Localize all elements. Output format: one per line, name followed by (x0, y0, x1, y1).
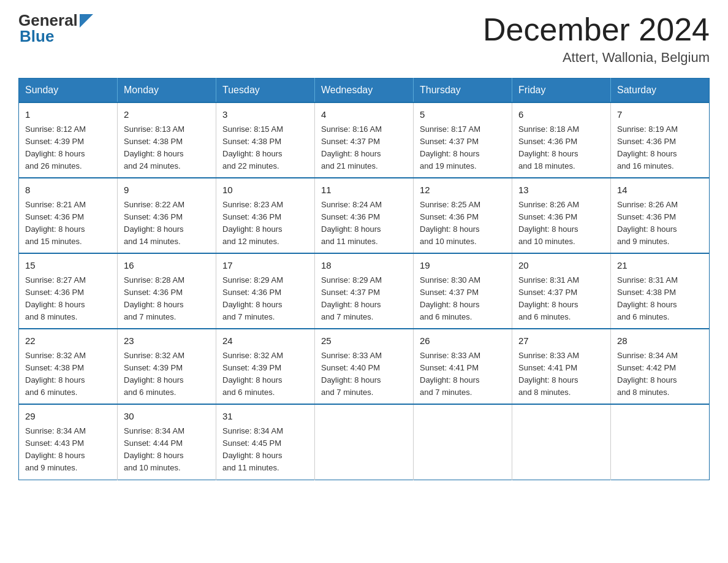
table-row: 23Sunrise: 8:32 AMSunset: 4:39 PMDayligh… (118, 329, 216, 404)
table-row: 11Sunrise: 8:24 AMSunset: 4:36 PMDayligh… (315, 178, 414, 253)
day-info: Sunrise: 8:25 AMSunset: 4:36 PMDaylight:… (420, 199, 506, 248)
table-row: 6Sunrise: 8:18 AMSunset: 4:36 PMDaylight… (512, 102, 611, 178)
table-row (512, 404, 611, 480)
day-info: Sunrise: 8:32 AMSunset: 4:39 PMDaylight:… (222, 350, 308, 399)
title-block: December 2024 Attert, Wallonia, Belgium (483, 12, 710, 66)
day-info: Sunrise: 8:19 AMSunset: 4:36 PMDaylight:… (617, 123, 703, 173)
svg-marker-0 (80, 14, 93, 28)
table-row: 22Sunrise: 8:32 AMSunset: 4:38 PMDayligh… (19, 329, 118, 404)
day-info: Sunrise: 8:33 AMSunset: 4:40 PMDaylight:… (321, 350, 407, 399)
day-info: Sunrise: 8:27 AMSunset: 4:36 PMDaylight:… (25, 274, 111, 324)
table-row: 15Sunrise: 8:27 AMSunset: 4:36 PMDayligh… (19, 253, 118, 329)
day-number: 22 (25, 334, 111, 348)
day-number: 19 (420, 259, 506, 273)
page-subtitle: Attert, Wallonia, Belgium (483, 50, 710, 66)
table-row: 2Sunrise: 8:13 AMSunset: 4:38 PMDaylight… (118, 102, 216, 178)
day-info: Sunrise: 8:32 AMSunset: 4:38 PMDaylight:… (25, 350, 111, 399)
day-info: Sunrise: 8:34 AMSunset: 4:43 PMDaylight:… (25, 425, 111, 475)
day-info: Sunrise: 8:17 AMSunset: 4:37 PMDaylight:… (420, 123, 506, 173)
table-row: 21Sunrise: 8:31 AMSunset: 4:38 PMDayligh… (611, 253, 710, 329)
table-row: 12Sunrise: 8:25 AMSunset: 4:36 PMDayligh… (414, 178, 512, 253)
calendar-week-row: 1Sunrise: 8:12 AMSunset: 4:39 PMDaylight… (19, 102, 710, 178)
day-number: 15 (25, 259, 111, 273)
day-info: Sunrise: 8:29 AMSunset: 4:36 PMDaylight:… (222, 274, 308, 324)
header-monday: Monday (118, 79, 216, 103)
day-info: Sunrise: 8:28 AMSunset: 4:36 PMDaylight:… (124, 274, 210, 324)
table-row: 8Sunrise: 8:21 AMSunset: 4:36 PMDaylight… (19, 178, 118, 253)
table-row: 13Sunrise: 8:26 AMSunset: 4:36 PMDayligh… (512, 178, 611, 253)
day-number: 6 (518, 108, 604, 122)
day-info: Sunrise: 8:26 AMSunset: 4:36 PMDaylight:… (617, 199, 703, 248)
day-info: Sunrise: 8:26 AMSunset: 4:36 PMDaylight:… (518, 199, 604, 248)
table-row: 3Sunrise: 8:15 AMSunset: 4:38 PMDaylight… (216, 102, 315, 178)
logo: General Blue (18, 12, 93, 44)
day-number: 12 (420, 183, 506, 197)
day-number: 9 (124, 183, 210, 197)
table-row: 1Sunrise: 8:12 AMSunset: 4:39 PMDaylight… (19, 102, 118, 178)
header-wednesday: Wednesday (315, 79, 414, 103)
calendar-header-row: Sunday Monday Tuesday Wednesday Thursday… (19, 79, 710, 103)
day-number: 17 (222, 259, 308, 273)
day-number: 2 (124, 108, 210, 122)
table-row: 20Sunrise: 8:31 AMSunset: 4:37 PMDayligh… (512, 253, 611, 329)
table-row: 16Sunrise: 8:28 AMSunset: 4:36 PMDayligh… (118, 253, 216, 329)
day-number: 29 (25, 410, 111, 424)
calendar-table: Sunday Monday Tuesday Wednesday Thursday… (18, 78, 710, 480)
table-row: 17Sunrise: 8:29 AMSunset: 4:36 PMDayligh… (216, 253, 315, 329)
calendar-week-row: 8Sunrise: 8:21 AMSunset: 4:36 PMDaylight… (19, 178, 710, 253)
table-row (414, 404, 512, 480)
day-info: Sunrise: 8:33 AMSunset: 4:41 PMDaylight:… (518, 350, 604, 399)
day-info: Sunrise: 8:34 AMSunset: 4:44 PMDaylight:… (124, 425, 210, 475)
day-info: Sunrise: 8:24 AMSunset: 4:36 PMDaylight:… (321, 199, 407, 248)
logo-blue: Blue (20, 28, 54, 44)
day-number: 4 (321, 108, 407, 122)
page-title: December 2024 (483, 12, 710, 47)
day-number: 21 (617, 259, 703, 273)
day-number: 1 (25, 108, 111, 122)
logo-general: General (18, 12, 78, 28)
day-number: 14 (617, 183, 703, 197)
day-number: 24 (222, 334, 308, 348)
day-number: 28 (617, 334, 703, 348)
table-row: 29Sunrise: 8:34 AMSunset: 4:43 PMDayligh… (19, 404, 118, 480)
day-info: Sunrise: 8:15 AMSunset: 4:38 PMDaylight:… (222, 123, 308, 173)
day-info: Sunrise: 8:29 AMSunset: 4:37 PMDaylight:… (321, 274, 407, 324)
table-row: 19Sunrise: 8:30 AMSunset: 4:37 PMDayligh… (414, 253, 512, 329)
day-info: Sunrise: 8:16 AMSunset: 4:37 PMDaylight:… (321, 123, 407, 173)
day-number: 25 (321, 334, 407, 348)
page-header: General Blue December 2024 Attert, Wallo… (18, 12, 710, 66)
table-row: 4Sunrise: 8:16 AMSunset: 4:37 PMDaylight… (315, 102, 414, 178)
day-number: 8 (25, 183, 111, 197)
calendar-week-row: 15Sunrise: 8:27 AMSunset: 4:36 PMDayligh… (19, 253, 710, 329)
table-row: 5Sunrise: 8:17 AMSunset: 4:37 PMDaylight… (414, 102, 512, 178)
day-info: Sunrise: 8:31 AMSunset: 4:37 PMDaylight:… (518, 274, 604, 324)
table-row: 25Sunrise: 8:33 AMSunset: 4:40 PMDayligh… (315, 329, 414, 404)
table-row: 7Sunrise: 8:19 AMSunset: 4:36 PMDaylight… (611, 102, 710, 178)
day-number: 26 (420, 334, 506, 348)
day-info: Sunrise: 8:12 AMSunset: 4:39 PMDaylight:… (25, 123, 111, 173)
table-row: 9Sunrise: 8:22 AMSunset: 4:36 PMDaylight… (118, 178, 216, 253)
day-number: 31 (222, 410, 308, 424)
header-friday: Friday (512, 79, 611, 103)
day-number: 13 (518, 183, 604, 197)
day-number: 5 (420, 108, 506, 122)
day-number: 7 (617, 108, 703, 122)
day-number: 16 (124, 259, 210, 273)
day-number: 3 (222, 108, 308, 122)
table-row (611, 404, 710, 480)
day-number: 20 (518, 259, 604, 273)
day-number: 27 (518, 334, 604, 348)
day-info: Sunrise: 8:23 AMSunset: 4:36 PMDaylight:… (222, 199, 308, 248)
day-number: 23 (124, 334, 210, 348)
day-info: Sunrise: 8:31 AMSunset: 4:38 PMDaylight:… (617, 274, 703, 324)
logo-icon (80, 14, 93, 28)
day-info: Sunrise: 8:21 AMSunset: 4:36 PMDaylight:… (25, 199, 111, 248)
table-row: 18Sunrise: 8:29 AMSunset: 4:37 PMDayligh… (315, 253, 414, 329)
table-row: 31Sunrise: 8:34 AMSunset: 4:45 PMDayligh… (216, 404, 315, 480)
table-row: 30Sunrise: 8:34 AMSunset: 4:44 PMDayligh… (118, 404, 216, 480)
header-saturday: Saturday (611, 79, 710, 103)
day-number: 30 (124, 410, 210, 424)
day-info: Sunrise: 8:22 AMSunset: 4:36 PMDaylight:… (124, 199, 210, 248)
table-row: 24Sunrise: 8:32 AMSunset: 4:39 PMDayligh… (216, 329, 315, 404)
day-info: Sunrise: 8:32 AMSunset: 4:39 PMDaylight:… (124, 350, 210, 399)
